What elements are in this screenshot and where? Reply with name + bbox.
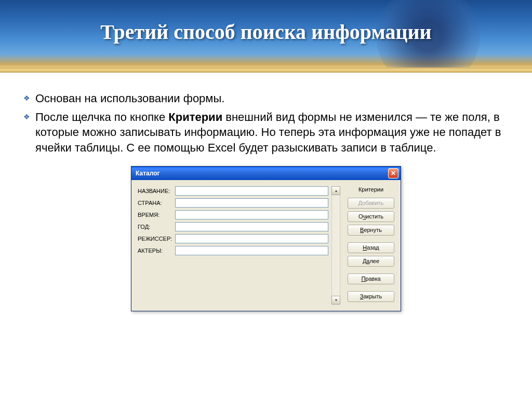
form-fields: НАЗВАНИЕ: СТРАНА: ВРЕМЯ: ГОД: РЕЖИССЕР: xyxy=(138,186,328,305)
edit-button[interactable]: Правка xyxy=(348,273,394,284)
bullet-item: ❖ Основан на использовании формы. xyxy=(23,91,509,106)
close-icon: ✕ xyxy=(391,170,396,176)
time-input[interactable] xyxy=(175,210,328,219)
form-row-name: НАЗВАНИЕ: xyxy=(138,186,328,196)
year-input[interactable] xyxy=(175,222,328,231)
scroll-up-icon[interactable]: ▴ xyxy=(331,186,340,195)
scroll-track[interactable] xyxy=(331,195,340,296)
text-bold: Критерии xyxy=(168,111,222,123)
close-button[interactable]: ✕ xyxy=(388,168,398,179)
form-row-actors: АКТЕРЫ: xyxy=(138,246,328,255)
status-label: Критерии xyxy=(348,186,394,193)
clear-button[interactable]: Очистить xyxy=(348,211,394,222)
back-button[interactable]: Назад xyxy=(348,242,394,253)
add-button[interactable]: Добавить xyxy=(348,198,394,209)
bullet-icon: ❖ xyxy=(23,94,30,102)
form-row-time: ВРЕМЯ: xyxy=(138,210,328,219)
dialog-titlebar[interactable]: Каталог ✕ xyxy=(131,167,401,180)
field-label: СТРАНА: xyxy=(138,200,175,206)
field-label: НАЗВАНИЕ: xyxy=(138,188,175,194)
button-label: Вернуть xyxy=(360,227,382,233)
button-label: Добавить xyxy=(358,200,384,206)
dialog-body: НАЗВАНИЕ: СТРАНА: ВРЕМЯ: ГОД: РЕЖИССЕР: xyxy=(131,180,401,311)
scrollbar[interactable]: ▴ ▾ xyxy=(331,186,340,305)
bullet-icon: ❖ xyxy=(23,113,30,121)
button-label: Далее xyxy=(363,258,379,264)
slide-title: Третий способ поиска информации xyxy=(0,20,532,44)
button-label: Назад xyxy=(363,244,379,251)
restore-button[interactable]: Вернуть xyxy=(348,225,394,236)
button-label: Закрыть xyxy=(360,293,382,299)
button-label: Правка xyxy=(361,276,380,282)
actors-input[interactable] xyxy=(175,246,328,255)
field-label: ГОД: xyxy=(138,224,175,230)
bullet-item: ❖ После щелчка по кнопке Критерии внешни… xyxy=(23,109,509,156)
name-input[interactable] xyxy=(175,186,328,196)
slide-header: Третий способ поиска информации xyxy=(0,0,532,67)
form-row-year: ГОД: xyxy=(138,222,328,231)
form-row-director: РЕЖИССЕР: xyxy=(138,234,328,243)
bullet-text: Основан на использовании формы. xyxy=(35,91,224,106)
catalog-dialog: Каталог ✕ НАЗВАНИЕ: СТРАНА: ВРЕМЯ: xyxy=(131,166,401,311)
field-label: АКТЕРЫ: xyxy=(138,248,175,254)
divider-strip xyxy=(0,67,532,73)
form-row-country: СТРАНА: xyxy=(138,198,328,208)
button-label: Очистить xyxy=(358,213,383,219)
button-column: Критерии Добавить Очистить Вернуть Назад… xyxy=(348,186,394,305)
director-input[interactable] xyxy=(175,234,328,243)
field-label: ВРЕМЯ: xyxy=(138,212,175,218)
scroll-down-icon[interactable]: ▾ xyxy=(331,296,340,305)
country-input[interactable] xyxy=(175,198,328,208)
close-dialog-button[interactable]: Закрыть xyxy=(348,291,394,302)
bullet-text: После щелчка по кнопке Критерии внешний … xyxy=(35,109,509,156)
dialog-title: Каталог xyxy=(136,170,160,177)
slide-content: ❖ Основан на использовании формы. ❖ Посл… xyxy=(0,73,532,322)
text-span: После щелчка по кнопке xyxy=(35,111,168,123)
next-button[interactable]: Далее xyxy=(348,256,394,267)
field-label: РЕЖИССЕР: xyxy=(138,236,175,242)
